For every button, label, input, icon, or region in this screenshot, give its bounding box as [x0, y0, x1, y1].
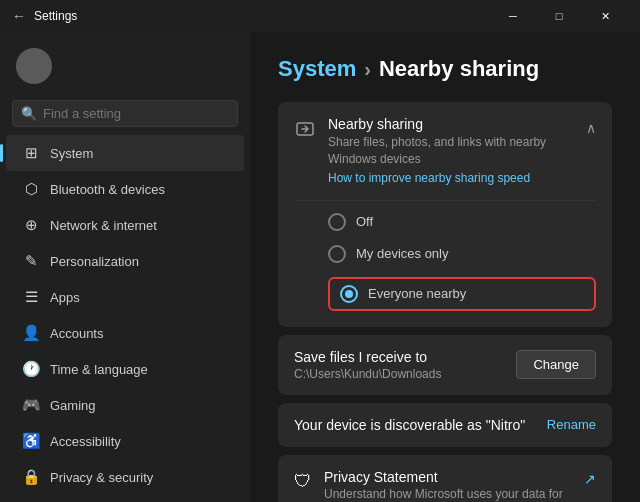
change-button[interactable]: Change — [516, 350, 596, 379]
sidebar-item-personalization[interactable]: ✎Personalization — [6, 243, 244, 279]
content-area: System › Nearby sharing Nearby sharing S… — [250, 32, 640, 502]
section-header-left: Nearby sharing Share files, photos, and … — [294, 116, 574, 186]
personalization-icon: ✎ — [22, 252, 40, 270]
title-bar-left: ← Settings — [12, 8, 77, 24]
save-files-row: Save files I receive to C:\Users\Kundu\D… — [278, 335, 612, 395]
section-title: Nearby sharing — [328, 116, 574, 132]
breadcrumb-current: Nearby sharing — [379, 56, 539, 82]
sidebar-item-accessibility[interactable]: ♿Accessibility — [6, 423, 244, 459]
sidebar-item-label-network: Network & internet — [50, 218, 157, 233]
sidebar-item-system[interactable]: ⊞System — [6, 135, 244, 171]
nearby-sharing-section: Nearby sharing Share files, photos, and … — [278, 102, 612, 327]
sidebar-item-windows-update[interactable]: ⟳Windows Update — [6, 495, 244, 502]
privacy-left: 🛡 Privacy Statement Understand how Micro… — [294, 469, 572, 502]
sidebar-item-label-gaming: Gaming — [50, 398, 96, 413]
sidebar-item-bluetooth[interactable]: ⬡Bluetooth & devices — [6, 171, 244, 207]
radio-label-off: Off — [356, 214, 373, 229]
radio-label-everyone: Everyone nearby — [368, 286, 466, 301]
breadcrumb-separator: › — [364, 58, 371, 81]
title-bar-controls: ─ □ ✕ — [490, 0, 628, 32]
chevron-up-icon[interactable]: ∧ — [586, 120, 596, 136]
section-desc: Share files, photos, and links with near… — [328, 134, 574, 168]
breadcrumb-parent[interactable]: System — [278, 56, 356, 82]
search-icon: 🔍 — [21, 106, 37, 121]
privacy-row: 🛡 Privacy Statement Understand how Micro… — [278, 455, 612, 502]
sidebar-item-label-accounts: Accounts — [50, 326, 103, 341]
radio-label-my-devices: My devices only — [356, 246, 448, 261]
nearby-sharing-icon — [294, 118, 316, 140]
maximize-button[interactable]: □ — [536, 0, 582, 32]
title-bar: ← Settings ─ □ ✕ — [0, 0, 640, 32]
radio-outer-off — [328, 213, 346, 231]
sidebar-item-label-accessibility: Accessibility — [50, 434, 121, 449]
system-icon: ⊞ — [22, 144, 40, 162]
sidebar-item-label-apps: Apps — [50, 290, 80, 305]
sidebar-item-gaming[interactable]: 🎮Gaming — [6, 387, 244, 423]
sidebar-item-time[interactable]: 🕐Time & language — [6, 351, 244, 387]
save-files-text: Save files I receive to C:\Users\Kundu\D… — [294, 349, 441, 381]
sidebar-item-label-bluetooth: Bluetooth & devices — [50, 182, 165, 197]
external-link-icon[interactable]: ↗ — [584, 471, 596, 487]
section-link[interactable]: How to improve nearby sharing speed — [328, 171, 530, 185]
discoverable-text: Your device is discoverable as "Nitro" — [294, 417, 525, 433]
sidebar-item-apps[interactable]: ☰Apps — [6, 279, 244, 315]
accessibility-icon: ♿ — [22, 432, 40, 450]
privacy-desc: Understand how Microsoft uses your data … — [324, 487, 572, 502]
discoverable-row: Your device is discoverable as "Nitro" R… — [278, 403, 612, 447]
save-files-title: Save files I receive to — [294, 349, 441, 365]
shield-icon: 🛡 — [294, 471, 312, 492]
network-icon: ⊕ — [22, 216, 40, 234]
sidebar-item-label-personalization: Personalization — [50, 254, 139, 269]
search-box[interactable]: 🔍 — [12, 100, 238, 127]
radio-my-devices[interactable]: My devices only — [328, 245, 596, 263]
sidebar-item-label-privacy: Privacy & security — [50, 470, 153, 485]
sidebar-item-privacy[interactable]: 🔒Privacy & security — [6, 459, 244, 495]
accounts-icon: 👤 — [22, 324, 40, 342]
minimize-button[interactable]: ─ — [490, 0, 536, 32]
main-container: 🔍 ⊞System⬡Bluetooth & devices⊕Network & … — [0, 32, 640, 502]
sidebar-item-label-time: Time & language — [50, 362, 148, 377]
section-header: Nearby sharing Share files, photos, and … — [278, 102, 612, 200]
radio-outer-my-devices — [328, 245, 346, 263]
radio-group: Off My devices only Everyone nearby — [278, 201, 612, 327]
time-icon: 🕐 — [22, 360, 40, 378]
gaming-icon: 🎮 — [22, 396, 40, 414]
radio-everyone[interactable]: Everyone nearby — [328, 277, 596, 311]
avatar — [16, 48, 52, 84]
save-files-path: C:\Users\Kundu\Downloads — [294, 367, 441, 381]
radio-outer-everyone — [340, 285, 358, 303]
apps-icon: ☰ — [22, 288, 40, 306]
radio-inner-everyone — [345, 290, 353, 298]
privacy-title: Privacy Statement — [324, 469, 572, 485]
title-bar-title: Settings — [34, 9, 77, 23]
search-input[interactable] — [43, 106, 229, 121]
profile-area — [0, 32, 250, 96]
bluetooth-icon: ⬡ — [22, 180, 40, 198]
section-text: Nearby sharing Share files, photos, and … — [328, 116, 574, 186]
sidebar-item-network[interactable]: ⊕Network & internet — [6, 207, 244, 243]
back-arrow-icon[interactable]: ← — [12, 8, 26, 24]
privacy-text: Privacy Statement Understand how Microso… — [324, 469, 572, 502]
rename-button[interactable]: Rename — [547, 417, 596, 432]
sidebar: 🔍 ⊞System⬡Bluetooth & devices⊕Network & … — [0, 32, 250, 502]
breadcrumb: System › Nearby sharing — [278, 56, 612, 82]
radio-off[interactable]: Off — [328, 213, 596, 231]
close-button[interactable]: ✕ — [582, 0, 628, 32]
privacy-icon: 🔒 — [22, 468, 40, 486]
sidebar-item-label-system: System — [50, 146, 93, 161]
sidebar-item-accounts[interactable]: 👤Accounts — [6, 315, 244, 351]
